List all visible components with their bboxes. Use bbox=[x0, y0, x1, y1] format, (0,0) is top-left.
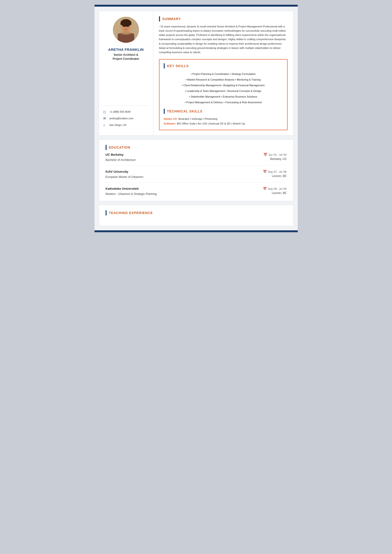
edu-item: UC Berkeley📅 Jun '01 - Jul '04Bachelor o… bbox=[106, 153, 287, 166]
skills-box: KEY SKILLS • Project Planning & Coordina… bbox=[159, 59, 287, 130]
key-skill-item: • Stakeholder Management • Enterprise Bu… bbox=[164, 94, 283, 99]
calendar-icon: 📅 bbox=[263, 153, 267, 156]
edu-item: Katholieke Universiteit📅 Aug '08 - Jul '… bbox=[106, 187, 287, 196]
edu-location: Berkeley, US bbox=[270, 157, 286, 161]
tech-label: Software: bbox=[164, 122, 176, 125]
edu-degree: Bachelor of Architecture bbox=[106, 158, 136, 162]
calendar-icon: 📅 bbox=[263, 170, 267, 173]
edu-date: 📅 Aug '08 - Jul '09 bbox=[263, 187, 286, 190]
tech-skills-header: TECHNICAL SKILLS bbox=[164, 109, 283, 114]
teaching-header: TEACHING EXPERIENCE bbox=[106, 210, 287, 215]
svg-rect-6 bbox=[120, 34, 132, 35]
edu-degree: European Master of Urbanism bbox=[106, 175, 143, 179]
edu-item: IUAV University📅 Aug '07 - Jul '08Europe… bbox=[106, 170, 287, 183]
key-skills-header: KEY SKILLS bbox=[164, 63, 283, 69]
edu-date: 📅 Jun '01 - Jul '04 bbox=[263, 153, 286, 156]
tech-label: Adobe CS: bbox=[164, 118, 178, 120]
key-skills-list: • Project Planning & Coordination • Stra… bbox=[164, 71, 283, 105]
key-skill-item: • Leadership & Team Management • Structu… bbox=[164, 88, 283, 94]
technical-skills-section: TECHNICAL SKILLS Adobe CS: Illustrator |… bbox=[164, 109, 283, 126]
svg-point-8 bbox=[123, 26, 125, 27]
avatar bbox=[113, 17, 139, 43]
svg-rect-3 bbox=[120, 22, 131, 25]
location-icon: ⌂ bbox=[103, 123, 107, 127]
edu-row-bottom: European Master of UrbanismLeuven, BE bbox=[106, 174, 287, 179]
email-icon: ✉ bbox=[103, 117, 107, 120]
tech-skill-line: Software: MS Office Suite | Arc GIS | Au… bbox=[164, 121, 283, 126]
summary-text: ~15 years experienced, dynamic & result-… bbox=[159, 24, 287, 54]
phone-icon: ◻ bbox=[103, 110, 107, 114]
left-sidebar: ARETHA FRANKLiN Senior Architect & Proje… bbox=[99, 11, 153, 135]
bottom-bar bbox=[95, 230, 298, 232]
phone-text: +1 (888) 555 6644 bbox=[109, 110, 131, 113]
edu-row-top: UC Berkeley📅 Jun '01 - Jul '04 bbox=[106, 153, 287, 156]
education-title: EDUCATION bbox=[109, 145, 130, 149]
edu-degree: Masters - Urbanism & Strategic Planning bbox=[106, 192, 157, 196]
person-name: ARETHA FRANKLiN bbox=[108, 48, 144, 51]
svg-point-9 bbox=[127, 26, 129, 27]
key-skill-item: • Client Relationship Management • Budge… bbox=[164, 83, 283, 88]
tech-skill-line: Adobe CS: Illustrator | InDesign | Photo… bbox=[164, 117, 283, 121]
tech-skills-content: Adobe CS: Illustrator | InDesign | Photo… bbox=[164, 117, 283, 126]
edu-location: Leuven, BE bbox=[272, 191, 286, 195]
svg-rect-7 bbox=[120, 35, 132, 36]
contact-phone: ◻ +1 (888) 555 6644 bbox=[103, 110, 149, 114]
calendar-icon: 📅 bbox=[263, 187, 267, 190]
key-skill-item: • Project Management & Delivery • Foreca… bbox=[164, 100, 283, 105]
education-header: EDUCATION bbox=[106, 145, 287, 150]
summary-title: SUMMARY bbox=[162, 17, 181, 21]
key-skills-title: KEY SKILLS bbox=[167, 64, 189, 68]
contact-section: ◻ +1 (888) 555 6644 ✉ aretha@hiration.co… bbox=[103, 105, 149, 130]
right-content: SUMMARY ~15 years experienced, dynamic &… bbox=[153, 11, 293, 135]
edu-date: 📅 Aug '07 - Jul '08 bbox=[263, 170, 286, 173]
email-text: aretha@hiration.com bbox=[109, 117, 133, 120]
summary-bar bbox=[159, 16, 160, 21]
education-list: UC Berkeley📅 Jun '01 - Jul '04Bachelor o… bbox=[106, 153, 287, 196]
edu-institution: Katholieke Universiteit bbox=[106, 187, 139, 190]
location-text: San Diego, US bbox=[109, 124, 127, 126]
top-bar bbox=[95, 5, 298, 7]
edu-row-top: IUAV University📅 Aug '07 - Jul '08 bbox=[106, 170, 287, 173]
edu-row-top: Katholieke Universiteit📅 Aug '08 - Jul '… bbox=[106, 187, 287, 190]
edu-row-bottom: Masters - Urbanism & Strategic PlanningL… bbox=[106, 191, 287, 196]
summary-header: SUMMARY bbox=[159, 16, 287, 21]
person-title: Senior Architect & Project Coordinator bbox=[113, 53, 140, 61]
edu-location: Leuven, BE bbox=[272, 174, 286, 178]
key-skill-item: • Project Planning & Coordination • Stra… bbox=[164, 71, 283, 76]
teaching-experience-section: TEACHING EXPERIENCE bbox=[99, 205, 294, 226]
key-skills-bar bbox=[164, 63, 165, 69]
key-skills-section: KEY SKILLS • Project Planning & Coordina… bbox=[164, 63, 283, 105]
summary-section: SUMMARY ~15 years experienced, dynamic &… bbox=[159, 16, 287, 54]
contact-email: ✉ aretha@hiration.com bbox=[103, 117, 149, 120]
education-section: EDUCATION UC Berkeley📅 Jun '01 - Jul '04… bbox=[99, 139, 294, 201]
edu-row-bottom: Bachelor of ArchitectureBerkeley, US bbox=[106, 157, 287, 162]
contact-location: ⌂ San Diego, US bbox=[103, 123, 149, 127]
svg-point-10 bbox=[125, 28, 127, 28]
edu-institution: UC Berkeley bbox=[106, 153, 124, 156]
edu-institution: IUAV University bbox=[106, 170, 129, 173]
education-bar bbox=[106, 145, 106, 150]
tech-skills-title: TECHNICAL SKILLS bbox=[167, 109, 203, 113]
teaching-bar bbox=[106, 210, 106, 215]
teaching-title: TEACHING EXPERIENCE bbox=[109, 211, 153, 215]
key-skill-item: • Market Research & Competition Analysis… bbox=[164, 77, 283, 82]
top-section: ARETHA FRANKLiN Senior Architect & Proje… bbox=[99, 11, 294, 136]
tech-skills-bar bbox=[164, 109, 165, 114]
